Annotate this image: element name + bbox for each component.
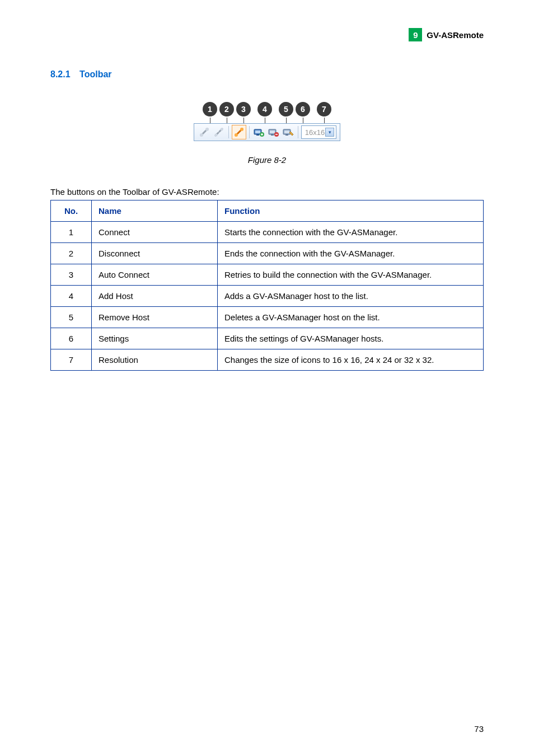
svg-rect-12: [271, 134, 274, 136]
table-row: 6 Settings Edits the settings of GV-ASMa…: [51, 328, 484, 349]
toolbar-separator: [298, 126, 298, 138]
callouts-row: 1 2 3 4 5 6 7: [50, 102, 484, 116]
callout-3: 3: [236, 102, 251, 116]
table-intro: The buttons on the Toolbar of GV-ASRemot…: [50, 187, 484, 197]
svg-rect-16: [285, 134, 288, 136]
figure-caption: Figure 8-2: [50, 155, 484, 165]
callout-6: 6: [296, 102, 310, 116]
auto-connect-icon[interactable]: [232, 125, 246, 139]
add-host-icon[interactable]: [252, 125, 266, 139]
col-header-func: Function: [218, 200, 484, 222]
table-row: 7 Resolution Changes the size of icons t…: [51, 349, 484, 371]
toolbar-bar: 16x16 ▾: [194, 123, 340, 141]
cell-no: 4: [51, 286, 92, 307]
svg-point-3: [220, 128, 223, 131]
svg-rect-11: [270, 130, 275, 133]
cell-func: Retries to build the connection with the…: [218, 264, 484, 286]
cell-name: Settings: [92, 328, 218, 349]
remove-host-icon[interactable]: [267, 125, 280, 139]
settings-icon[interactable]: [282, 125, 295, 139]
callout-2: 2: [219, 102, 234, 116]
toolbar-separator: [249, 126, 250, 138]
table-row: 4 Add Host Adds a GV-ASManager host to t…: [51, 286, 484, 307]
cell-func: Starts the connection with the GV-ASMana…: [218, 222, 484, 243]
toolbar-table: No. Name Function 1 Connect Starts the c…: [50, 200, 484, 371]
cell-func: Adds a GV-ASManager host to the list.: [218, 286, 484, 307]
resolution-select[interactable]: 16x16 ▾: [301, 125, 336, 139]
chevron-down-icon[interactable]: ▾: [325, 128, 334, 137]
cell-no: 7: [51, 349, 92, 371]
table-row: 1 Connect Starts the connection with the…: [51, 222, 484, 243]
svg-point-2: [214, 134, 217, 137]
svg-rect-7: [255, 130, 260, 133]
toolbar-figure: 1 2 3 4 5 6 7: [50, 102, 484, 141]
resolution-value: 16x16: [305, 128, 325, 137]
col-header-no: No.: [51, 200, 92, 222]
callout-ticks: [50, 118, 484, 123]
svg-point-0: [200, 133, 203, 137]
cell-no: 2: [51, 243, 92, 264]
section-title: Toolbar: [79, 69, 111, 79]
cell-func: Changes the size of icons to 16 x 16, 24…: [218, 349, 484, 371]
connect-icon[interactable]: [198, 125, 211, 139]
cell-func: Ends the connection with the GV-ASManage…: [218, 243, 484, 264]
cell-name: Remove Host: [92, 307, 218, 328]
section-number: 8.2.1: [50, 69, 71, 79]
cell-name: Disconnect: [92, 243, 218, 264]
section-heading: 8.2.1 Toolbar: [50, 69, 484, 80]
cell-no: 5: [51, 307, 92, 328]
svg-point-4: [235, 133, 238, 137]
callout-5: 5: [279, 102, 293, 116]
table-row: 2 Disconnect Ends the connection with th…: [51, 243, 484, 264]
table-header-row: No. Name Function: [51, 200, 484, 222]
svg-rect-15: [284, 130, 289, 133]
disconnect-icon[interactable]: [212, 125, 226, 139]
page-number: 73: [474, 724, 484, 734]
callout-1: 1: [203, 102, 217, 116]
header-title: GV-ASRemote: [427, 30, 484, 40]
cell-name: Connect: [92, 222, 218, 243]
cell-name: Resolution: [92, 349, 218, 371]
callout-4: 4: [257, 102, 272, 116]
cell-no: 6: [51, 328, 92, 349]
table-row: 5 Remove Host Deletes a GV-ASManager hos…: [51, 307, 484, 328]
cell-no: 3: [51, 264, 92, 286]
svg-point-1: [205, 128, 209, 131]
cell-func: Edits the settings of GV-ASManager hosts…: [218, 328, 484, 349]
table-row: 3 Auto Connect Retries to build the conn…: [51, 264, 484, 286]
cell-no: 1: [51, 222, 92, 243]
cell-name: Auto Connect: [92, 264, 218, 286]
svg-rect-8: [256, 134, 259, 136]
callout-7: 7: [317, 102, 331, 116]
chapter-badge: 9: [409, 28, 422, 41]
svg-point-5: [240, 128, 243, 131]
toolbar-separator: [228, 126, 229, 138]
cell-name: Add Host: [92, 286, 218, 307]
cell-func: Deletes a GV-ASManager host on the list.: [218, 307, 484, 328]
col-header-name: Name: [92, 200, 218, 222]
page-header: 9 GV-ASRemote: [50, 28, 484, 41]
